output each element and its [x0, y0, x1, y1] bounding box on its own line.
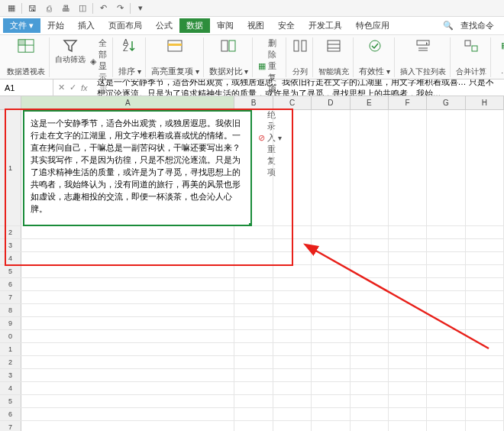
cell[interactable] — [389, 239, 427, 251]
menu-review[interactable]: 审阅 — [210, 18, 241, 33]
cell[interactable] — [312, 317, 350, 329]
cell[interactable] — [234, 330, 273, 342]
menu-security[interactable]: 安全 — [271, 18, 302, 33]
cell[interactable] — [427, 278, 465, 290]
ribbon-consolidate[interactable]: 合并计算 — [452, 37, 491, 77]
cell[interactable] — [427, 356, 465, 368]
cell[interactable] — [234, 356, 273, 368]
row-header[interactable]: 1 — [0, 110, 21, 225]
cell[interactable] — [427, 408, 465, 420]
cell[interactable] — [389, 408, 427, 420]
col-header-B[interactable]: B — [234, 96, 273, 109]
col-header-E[interactable]: E — [351, 96, 389, 109]
cell[interactable] — [273, 291, 312, 303]
row-header[interactable]: 5 — [0, 395, 21, 407]
menu-special[interactable]: 特色应用 — [349, 18, 396, 33]
merged-cell-A1[interactable]: 这是一个安静季节，适合外出观赏，或独居遐思。我依旧行走在文字的江湖里，用文字堆积… — [23, 110, 252, 226]
cell[interactable] — [389, 252, 427, 264]
ribbon-compare[interactable]: 数据对比 ▾ — [205, 37, 254, 77]
formula-bar[interactable]: 这是一个安静季节，适合外出观赏，或独居遐思。我依旧行走在文字的江湖里，用文字堆积… — [92, 79, 504, 96]
cell[interactable] — [234, 239, 273, 251]
cell[interactable] — [389, 356, 427, 368]
cell[interactable] — [389, 330, 427, 342]
row-header[interactable]: 0 — [0, 330, 21, 342]
col-header-F[interactable]: F — [389, 96, 427, 109]
cell[interactable] — [273, 330, 312, 342]
cell[interactable] — [351, 278, 389, 290]
row-header[interactable]: 1 — [0, 343, 21, 355]
col-header-H[interactable]: H — [466, 96, 504, 109]
cell[interactable] — [351, 239, 389, 251]
dropdown-icon[interactable]: ▾ — [135, 3, 146, 14]
cell[interactable] — [312, 304, 350, 316]
cell[interactable] — [273, 369, 312, 381]
cell[interactable] — [389, 421, 427, 431]
row-header[interactable]: 6 — [0, 278, 21, 290]
cell[interactable] — [21, 421, 234, 431]
cell[interactable] — [21, 369, 234, 381]
cell[interactable] — [312, 343, 350, 355]
cell[interactable] — [389, 395, 427, 407]
cell[interactable] — [389, 278, 427, 290]
cell[interactable] — [466, 252, 504, 264]
ribbon-split[interactable]: 分列 — [288, 37, 313, 77]
cell[interactable] — [389, 304, 427, 316]
cell[interactable] — [466, 110, 504, 225]
preview-icon[interactable]: ◫ — [77, 3, 88, 14]
cell[interactable] — [312, 395, 350, 407]
row-header[interactable]: 7 — [0, 421, 21, 431]
row-header[interactable]: 9 — [0, 317, 21, 329]
cell[interactable] — [351, 343, 389, 355]
cell[interactable] — [466, 317, 504, 329]
cell[interactable] — [234, 304, 273, 316]
cell[interactable] — [273, 421, 312, 431]
cell[interactable] — [273, 395, 312, 407]
cell[interactable] — [466, 330, 504, 342]
cell[interactable] — [389, 291, 427, 303]
cell[interactable] — [312, 265, 350, 277]
fill-handle[interactable] — [249, 223, 252, 226]
cell[interactable] — [351, 252, 389, 264]
cell[interactable] — [21, 304, 234, 316]
cell[interactable] — [389, 317, 427, 329]
cell[interactable] — [21, 356, 234, 368]
cell[interactable] — [427, 304, 465, 316]
cell[interactable] — [466, 382, 504, 394]
cell[interactable] — [312, 278, 350, 290]
cell[interactable] — [466, 226, 504, 238]
search-icon[interactable]: 🔍 — [443, 21, 454, 31]
cell[interactable] — [312, 408, 350, 420]
cell[interactable] — [466, 278, 504, 290]
ribbon-smartfill[interactable]: 智能填充 — [315, 37, 354, 77]
cell[interactable] — [312, 369, 350, 381]
ribbon-pivot[interactable]: 数据透视表 — [3, 37, 50, 77]
cell[interactable] — [351, 317, 389, 329]
row-header[interactable]: 2 — [0, 356, 21, 368]
cell[interactable] — [389, 226, 427, 238]
cell[interactable] — [389, 343, 427, 355]
cell[interactable] — [21, 252, 234, 264]
cell[interactable] — [427, 239, 465, 251]
cell[interactable] — [273, 408, 312, 420]
cell[interactable] — [234, 278, 273, 290]
cell[interactable] — [351, 110, 389, 225]
row-header[interactable]: 3 — [0, 239, 21, 251]
cell[interactable] — [312, 252, 350, 264]
menu-layout[interactable]: 页面布局 — [102, 18, 149, 33]
row-header[interactable]: 6 — [0, 408, 21, 420]
cell[interactable] — [273, 304, 312, 316]
menu-data[interactable]: 数据 — [179, 18, 210, 33]
row-header[interactable]: 3 — [0, 369, 21, 381]
redo-icon[interactable]: ↷ — [115, 3, 125, 14]
row-header[interactable]: 2 — [0, 226, 21, 238]
ribbon-validity[interactable]: 有效性 ▾ — [355, 37, 395, 77]
cell[interactable] — [21, 343, 234, 355]
cell[interactable] — [21, 278, 234, 290]
row-header[interactable]: 4 — [0, 252, 21, 264]
cancel-fx-icon[interactable]: ✕ — [58, 83, 65, 92]
cell[interactable] — [273, 239, 312, 251]
cell[interactable] — [273, 317, 312, 329]
row-header[interactable]: 5 — [0, 265, 21, 277]
cell[interactable] — [351, 291, 389, 303]
cell[interactable] — [351, 408, 389, 420]
